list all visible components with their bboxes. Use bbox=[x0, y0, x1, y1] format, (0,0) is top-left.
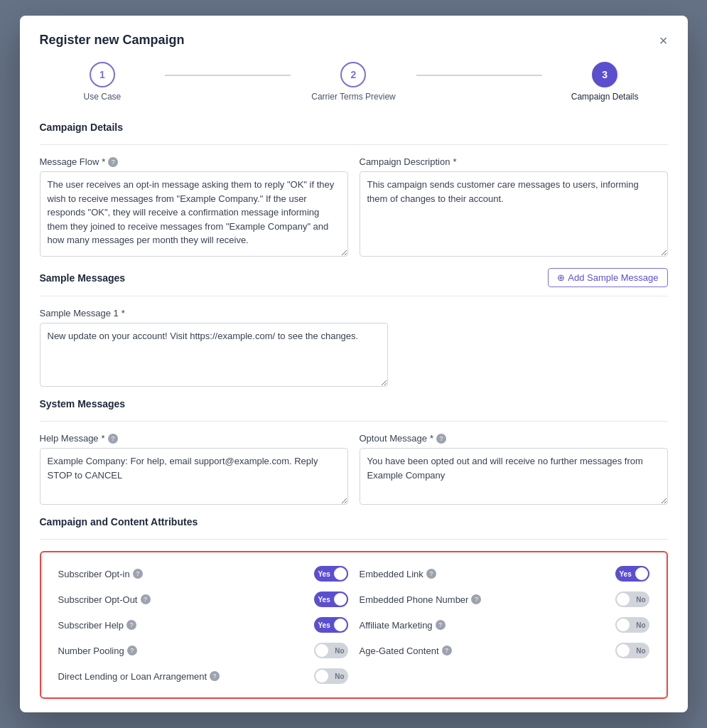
sample-message-1-label: Sample Message 1 * bbox=[40, 308, 388, 318]
attr-subscriber-optout: Subscriber Opt-Out ? Yes bbox=[53, 587, 354, 612]
system-messages-row: Help Message * ? Example Company: For he… bbox=[40, 433, 668, 505]
age-gated-toggle[interactable]: No bbox=[615, 643, 649, 658]
help-message-label: Help Message * ? bbox=[40, 433, 348, 444]
subscriber-optout-help-icon[interactable]: ? bbox=[141, 594, 151, 604]
age-gated-help-icon[interactable]: ? bbox=[442, 646, 452, 655]
subscriber-optout-toggle[interactable]: Yes bbox=[314, 592, 348, 607]
campaign-details-heading: Campaign Details bbox=[40, 122, 668, 133]
sample-message-1-textarea[interactable]: New update on your account! Visit https:… bbox=[40, 323, 388, 387]
attributes-left-column: Subscriber Opt-in ? Yes Subscriber Opt-O… bbox=[53, 561, 354, 689]
modal-title: Register new Campaign bbox=[40, 33, 185, 48]
embedded-link-help-icon[interactable]: ? bbox=[426, 569, 436, 579]
help-message-textarea[interactable]: Example Company: For help, email support… bbox=[40, 448, 348, 505]
attributes-grid: Subscriber Opt-in ? Yes Subscriber Opt-O… bbox=[53, 561, 655, 689]
optout-message-textarea[interactable]: You have been opted out and will receive… bbox=[360, 448, 668, 505]
campaign-description-textarea[interactable]: This campaign sends customer care messag… bbox=[360, 171, 668, 257]
attr-subscriber-optin: Subscriber Opt-in ? Yes bbox=[53, 561, 354, 587]
number-pooling-help-icon[interactable]: ? bbox=[127, 646, 137, 655]
attr-subscriber-help: Subscriber Help ? Yes bbox=[53, 612, 354, 638]
attr-embedded-phone: Embedded Phone Number ? No bbox=[354, 587, 655, 612]
step-1-label: Use Case bbox=[84, 92, 122, 102]
message-flow-textarea[interactable]: The user receives an opt-in message aski… bbox=[40, 171, 348, 257]
attr-age-gated: Age-Gated Content ? No bbox=[354, 638, 655, 663]
attributes-title: Campaign and Content Attributes bbox=[40, 516, 668, 528]
close-button[interactable]: × bbox=[659, 33, 668, 48]
step-1: 1 Use Case bbox=[40, 62, 166, 102]
optout-message-help-icon[interactable]: ? bbox=[436, 434, 446, 444]
optout-message-label: Optout Message * ? bbox=[360, 433, 668, 444]
step-2: 2 Carrier Terms Preview bbox=[291, 62, 416, 102]
help-message-help-icon[interactable]: ? bbox=[108, 434, 118, 444]
subscriber-optin-toggle[interactable]: Yes bbox=[314, 566, 348, 582]
step-1-circle: 1 bbox=[90, 62, 115, 87]
attr-direct-lending: Direct Lending or Loan Arrangement ? No bbox=[53, 663, 354, 689]
affiliate-marketing-help-icon[interactable]: ? bbox=[436, 620, 446, 630]
message-flow-row: Message Flow * ? The user receives an op… bbox=[40, 156, 668, 257]
attr-number-pooling: Number Pooling ? No bbox=[53, 638, 354, 663]
sample-messages-title: Sample Messages bbox=[40, 272, 126, 284]
attributes-box: Subscriber Opt-in ? Yes Subscriber Opt-O… bbox=[40, 551, 668, 699]
sample-message-1-group: Sample Message 1 * New update on your ac… bbox=[40, 308, 388, 387]
message-flow-label: Message Flow * ? bbox=[40, 156, 348, 167]
optout-message-group: Optout Message * ? You have been opted o… bbox=[360, 433, 668, 505]
step-2-circle: 2 bbox=[340, 62, 366, 87]
campaign-description-group: Campaign Description * This campaign sen… bbox=[360, 156, 668, 257]
register-campaign-modal: Register new Campaign × 1 Use Case 2 Car… bbox=[20, 16, 688, 712]
affiliate-marketing-toggle[interactable]: No bbox=[615, 617, 649, 633]
attr-embedded-link: Embedded Link ? Yes bbox=[354, 561, 655, 587]
subscriber-help-toggle[interactable]: Yes bbox=[314, 617, 348, 633]
subscriber-help-help-icon[interactable]: ? bbox=[126, 620, 136, 630]
step-3: 3 Campaign Details bbox=[542, 62, 668, 102]
sample-messages-header: Sample Messages ⊕ Add Sample Message bbox=[40, 268, 668, 287]
number-pooling-toggle[interactable]: No bbox=[314, 643, 348, 658]
direct-lending-toggle[interactable]: No bbox=[314, 668, 348, 684]
message-flow-help-icon[interactable]: ? bbox=[108, 157, 118, 167]
stepper: 1 Use Case 2 Carrier Terms Preview 3 Cam… bbox=[40, 62, 668, 102]
campaign-description-label: Campaign Description * bbox=[360, 156, 668, 167]
direct-lending-help-icon[interactable]: ? bbox=[210, 671, 220, 681]
attributes-right-column: Embedded Link ? Yes Embedded Phone Numbe… bbox=[354, 561, 655, 689]
add-sample-message-button[interactable]: ⊕ Add Sample Message bbox=[548, 268, 667, 287]
subscriber-optin-help-icon[interactable]: ? bbox=[133, 569, 143, 579]
step-2-label: Carrier Terms Preview bbox=[311, 92, 395, 102]
message-flow-group: Message Flow * ? The user receives an op… bbox=[40, 156, 348, 257]
system-messages-title: System Messages bbox=[40, 398, 668, 410]
help-message-group: Help Message * ? Example Company: For he… bbox=[40, 433, 348, 505]
step-3-circle: 3 bbox=[592, 62, 617, 87]
attr-affiliate-marketing: Affiliate Marketing ? No bbox=[354, 612, 655, 638]
step-3-label: Campaign Details bbox=[571, 92, 639, 102]
modal-header: Register new Campaign × bbox=[40, 33, 668, 48]
embedded-phone-toggle[interactable]: No bbox=[615, 592, 649, 607]
embedded-link-toggle[interactable]: Yes bbox=[615, 566, 649, 582]
embedded-phone-help-icon[interactable]: ? bbox=[471, 594, 481, 604]
